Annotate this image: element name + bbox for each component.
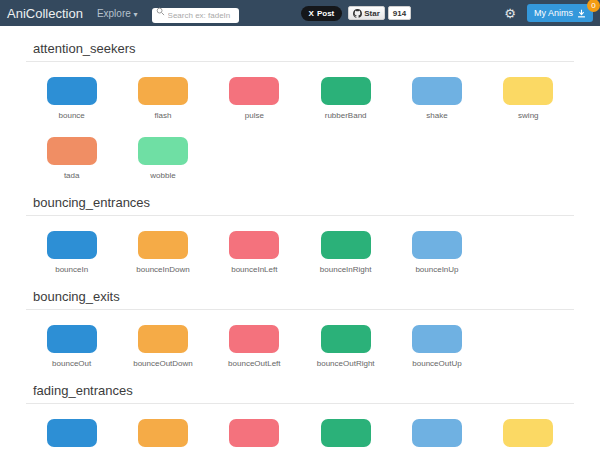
anim-card-fadeIn[interactable]	[47, 419, 97, 447]
sections: attention_seekersbounceflashpulserubberB…	[26, 26, 574, 450]
github-icon	[353, 9, 362, 18]
anim-item: shake	[391, 77, 482, 120]
section-title: bouncing_exits	[26, 274, 574, 310]
anim-card-bounceInDown[interactable]	[138, 231, 188, 259]
anim-label: bounce	[59, 111, 85, 120]
anim-card-bounceInRight[interactable]	[321, 231, 371, 259]
anim-label: bounceOutUp	[412, 359, 461, 368]
anim-label: tada	[64, 171, 80, 180]
anim-card-fadeInLeftBig[interactable]	[412, 419, 462, 447]
star-label: Star	[364, 9, 380, 18]
anim-card-swing[interactable]	[503, 77, 553, 105]
anim-item: bounceInRight	[300, 231, 391, 274]
anim-label: bounceOutDown	[133, 359, 193, 368]
anim-label: bounceInLeft	[231, 265, 277, 274]
navbar-right-group: ⚙ My Anims 0	[504, 4, 593, 22]
anim-card-fadeInDown[interactable]	[138, 419, 188, 447]
anim-item: wobble	[117, 137, 208, 180]
brand-logo[interactable]: AniCollection	[7, 6, 83, 21]
anim-label: bounceOutLeft	[228, 359, 280, 368]
anims-count-badge: 0	[587, 0, 600, 12]
gear-icon[interactable]: ⚙	[504, 7, 516, 20]
anim-item: bounce	[26, 77, 117, 120]
anim-label: shake	[426, 111, 447, 120]
anim-card-fadeInLeft[interactable]	[321, 419, 371, 447]
anim-label: bounceIn	[55, 265, 88, 274]
anim-label: pulse	[245, 111, 264, 120]
anim-item: fadeInLeft	[300, 419, 391, 450]
explore-dropdown[interactable]: Explore ▾	[97, 8, 138, 19]
post-label: Post	[317, 9, 334, 18]
anim-card-bounceOutLeft[interactable]	[229, 325, 279, 353]
anim-card-bounceOutRight[interactable]	[321, 325, 371, 353]
anim-label: bounceInDown	[136, 265, 189, 274]
anim-item: bounceOutRight	[300, 325, 391, 368]
section-title: attention_seekers	[26, 26, 574, 62]
anim-item: swing	[483, 77, 574, 120]
download-icon	[577, 9, 586, 18]
top-navbar: AniCollection Explore ▾ X Post Star 914 …	[0, 0, 600, 26]
anim-card-wobble[interactable]	[138, 137, 188, 165]
anim-card-bounceIn[interactable]	[47, 231, 97, 259]
anim-label: bounceInRight	[320, 265, 372, 274]
anim-item: fadeIn	[26, 419, 117, 450]
anim-card-bounceOut[interactable]	[47, 325, 97, 353]
search-input[interactable]	[152, 8, 239, 23]
anim-item: bounceOutLeft	[209, 325, 300, 368]
star-count[interactable]: 914	[388, 6, 411, 20]
animation-grid: bounceInbounceInDownbounceInLeftbounceIn…	[26, 216, 574, 274]
anim-item: fadeInDownBig	[209, 419, 300, 450]
anim-label: flash	[155, 111, 172, 120]
anim-item: fadeInRight	[483, 419, 574, 450]
anim-label: bounceInUp	[415, 265, 458, 274]
anim-item: pulse	[209, 77, 300, 120]
my-anims-button[interactable]: My Anims 0	[527, 4, 593, 22]
anim-card-shake[interactable]	[412, 77, 462, 105]
anim-card-rubberBand[interactable]	[321, 77, 371, 105]
chevron-down-icon: ▾	[134, 10, 138, 19]
x-logo-icon: X	[309, 9, 314, 18]
search-icon	[156, 7, 165, 16]
github-star-button[interactable]: Star	[348, 6, 385, 20]
animation-grid: fadeInfadeInDownfadeInDownBigfadeInLeftf…	[26, 404, 574, 450]
anim-card-fadeInDownBig[interactable]	[229, 419, 279, 447]
anim-item: bounceInLeft	[209, 231, 300, 274]
anim-card-bounceOutUp[interactable]	[412, 325, 462, 353]
anim-item: bounceInUp	[391, 231, 482, 274]
anim-label: bounceOut	[52, 359, 91, 368]
anim-item: fadeInDown	[117, 419, 208, 450]
x-post-button[interactable]: X Post	[301, 6, 343, 21]
anim-item: fadeInLeftBig	[391, 419, 482, 450]
anim-item: flash	[117, 77, 208, 120]
anim-item: tada	[26, 137, 117, 180]
anim-card-bounceInLeft[interactable]	[229, 231, 279, 259]
anim-item: rubberBand	[300, 77, 391, 120]
anim-label: rubberBand	[325, 111, 367, 120]
section-title: bouncing_entrances	[26, 180, 574, 216]
anim-item: bounceIn	[26, 231, 117, 274]
anim-item: bounceOutUp	[391, 325, 482, 368]
animation-grid: bounceflashpulserubberBandshakeswingtada…	[26, 62, 574, 180]
anim-item: bounceOut	[26, 325, 117, 368]
anim-label: bounceOutRight	[317, 359, 375, 368]
anim-card-bounceOutDown[interactable]	[138, 325, 188, 353]
anim-label: swing	[518, 111, 538, 120]
section-title: fading_entrances	[26, 368, 574, 404]
anim-card-bounce[interactable]	[47, 77, 97, 105]
anim-card-flash[interactable]	[138, 77, 188, 105]
my-anims-label: My Anims	[534, 8, 573, 18]
anim-card-tada[interactable]	[47, 137, 97, 165]
animation-grid: bounceOutbounceOutDownbounceOutLeftbounc…	[26, 310, 574, 368]
anim-label: wobble	[150, 171, 175, 180]
anim-card-pulse[interactable]	[229, 77, 279, 105]
explore-label: Explore	[97, 8, 131, 19]
anim-card-fadeInRight[interactable]	[503, 419, 553, 447]
anim-item: bounceOutDown	[117, 325, 208, 368]
github-star-widget: Star 914	[348, 6, 411, 20]
anim-card-bounceInUp[interactable]	[412, 231, 462, 259]
search-box	[152, 4, 239, 23]
anim-item: bounceInDown	[117, 231, 208, 274]
